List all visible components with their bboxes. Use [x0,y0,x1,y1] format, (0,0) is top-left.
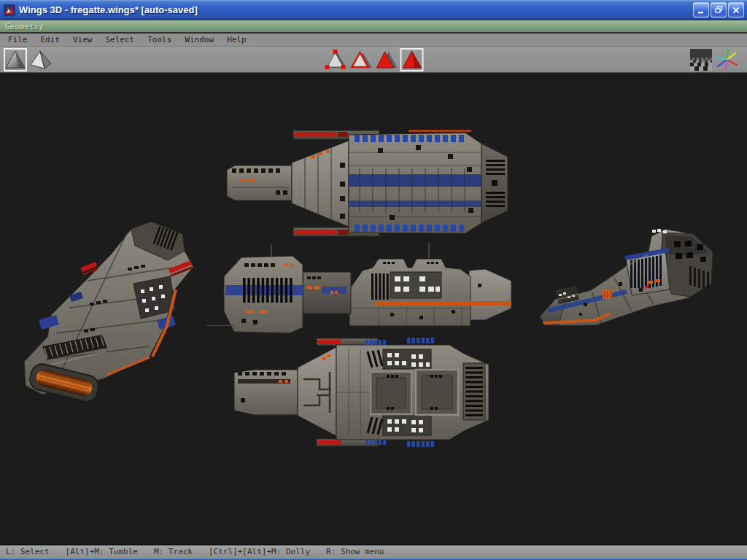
viewport-3d[interactable] [0,73,747,544]
frigate-front-perspective-view[interactable] [537,215,719,339]
restore-button[interactable] [711,2,727,18]
vertex-select-icon[interactable] [324,48,347,71]
ground-plane-icon[interactable] [689,48,713,71]
frigate-bottom-view[interactable] [232,334,498,451]
close-button[interactable] [728,2,744,18]
edge-select-icon[interactable] [349,48,373,71]
selection-mode-icon-group [324,48,424,71]
wings3d-window: Wings 3D - fregatte.wings* [auto-saved] … [0,0,747,560]
frigate-rear-perspective-view[interactable] [18,217,197,410]
menu-edit[interactable]: Edit [34,34,67,46]
ground-reference-line [206,325,236,326]
menu-select[interactable]: Select [99,34,142,46]
frigate-side-view[interactable] [221,240,513,338]
menu-tools[interactable]: Tools [141,34,178,46]
app-icon [4,4,15,16]
restore-icon [715,6,723,14]
status-hint-track: M: Track [154,547,193,556]
toolbar [0,47,747,73]
menu-view[interactable]: View [66,34,99,46]
geometry-header-bar[interactable]: Geometry [0,20,747,34]
axes-icon[interactable] [715,48,738,71]
geometry-header-label: Geometry [5,22,44,31]
menu-window[interactable]: Window [178,34,220,46]
menu-bar: File Edit View Select Tools Window Help [0,34,747,47]
menu-help[interactable]: Help [220,34,253,46]
status-hint-tumble: [Alt]+M: Tumble [66,547,138,556]
display-icon-group [689,48,738,71]
minimize-button[interactable] [693,2,709,18]
menu-file[interactable]: File [1,34,34,46]
status-hint-left-mouse: L: Select [6,547,50,556]
minimize-icon [697,7,705,14]
frigate-top-view[interactable] [225,123,508,244]
face-select-icon[interactable] [375,48,398,71]
workmode-flat-pyramid-icon[interactable] [29,48,53,71]
status-bar: L: Select [Alt]+M: Tumble M: Track [Ctrl… [0,544,747,558]
body-select-icon[interactable] [400,48,424,71]
window-title: Wings 3D - fregatte.wings* [auto-saved] [19,4,693,15]
workmode-smooth-pyramid-icon[interactable] [4,48,27,71]
window-titlebar: Wings 3D - fregatte.wings* [auto-saved] [0,0,747,20]
window-controls [693,2,744,18]
close-icon [732,7,740,14]
workmode-icon-group [4,48,53,71]
status-hint-dolly: [Ctrl]+[Alt]+M: Dolly [209,547,310,556]
status-hint-show-menu: R: Show menu [326,547,384,556]
